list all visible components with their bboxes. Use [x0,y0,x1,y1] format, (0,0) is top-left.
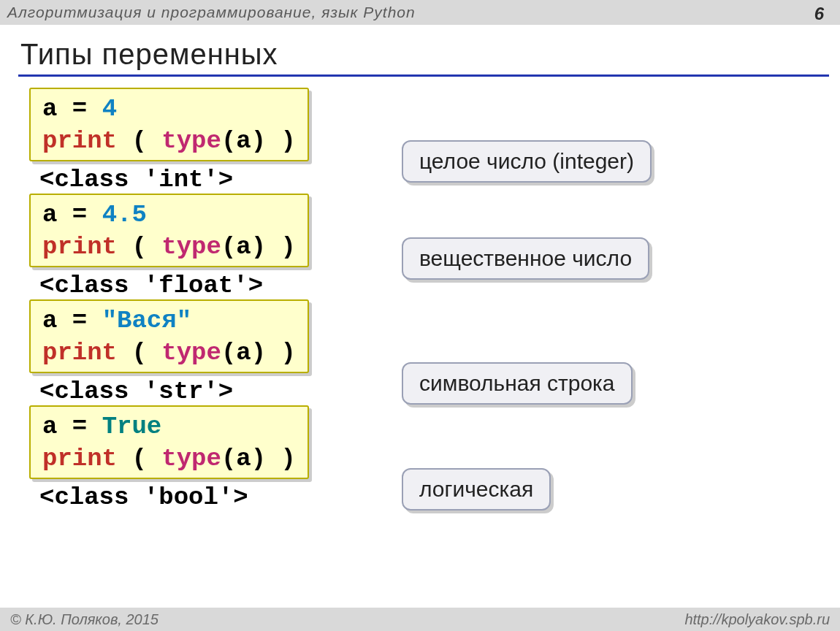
example-block-4: a = True print ( type(a) ) <class 'bool'… [29,405,811,511]
code-box-3: a = "Вася" print ( type(a) ) [29,299,309,373]
top-bar: Алгоритмизация и программирование, язык … [0,0,840,25]
example-block-3: a = "Вася" print ( type(a) ) <class 'str… [29,299,811,405]
code-open: ( [117,339,161,367]
content: a = 4 print ( type(a) ) <class 'int'> це… [29,88,811,511]
code-box-4: a = True print ( type(a) ) [29,405,309,479]
code-var: a [42,95,57,123]
code-print: print [42,127,117,155]
footer-right: http://kpolyakov.spb.ru [684,611,830,628]
code-val: "Вася" [102,307,191,334]
top-subject: Алгоритмизация и программирование, язык … [7,4,416,21]
code-print: print [42,339,117,367]
callout-4: логическая [402,468,551,510]
code-close: ) [266,445,296,473]
code-val: True [102,413,162,440]
code-val: 4 [102,95,117,123]
code-close: ) [266,339,296,367]
code-eq: = [57,95,102,123]
footer-bar: © К.Ю. Поляков, 2015 http://kpolyakov.sp… [0,608,840,631]
code-eq: = [57,307,102,334]
code-var: a [42,413,57,440]
code-type: type [161,339,221,367]
callout-3: символьная строка [402,362,633,405]
code-type: type [161,233,221,261]
code-arg: (a) [221,233,266,261]
code-box-1: a = 4 print ( type(a) ) [29,88,309,161]
example-block-1: a = 4 print ( type(a) ) <class 'int'> це… [29,88,811,194]
code-eq: = [57,413,102,440]
code-box-2: a = 4.5 print ( type(a) ) [29,194,309,267]
title-rule [18,74,829,77]
code-arg: (a) [221,445,266,473]
code-type: type [161,127,221,155]
example-block-2: a = 4.5 print ( type(a) ) <class 'float'… [29,194,811,299]
callout-2: вещественное число [402,237,649,280]
code-close: ) [266,127,296,155]
code-close: ) [266,233,296,261]
code-print: print [42,445,117,473]
code-open: ( [117,445,161,473]
code-eq: = [57,201,102,229]
callout-1: целое число (integer) [402,140,652,183]
footer-left: © К.Ю. Поляков, 2015 [10,611,159,628]
code-arg: (a) [221,127,266,155]
code-open: ( [117,233,161,261]
code-arg: (a) [221,339,266,367]
code-open: ( [117,127,161,155]
code-print: print [42,233,117,261]
code-val: 4.5 [102,201,147,229]
code-type: type [161,445,221,473]
slide-title: Типы переменных [20,38,278,71]
code-var: a [42,307,57,334]
page-number: 6 [814,4,824,24]
code-var: a [42,201,57,229]
